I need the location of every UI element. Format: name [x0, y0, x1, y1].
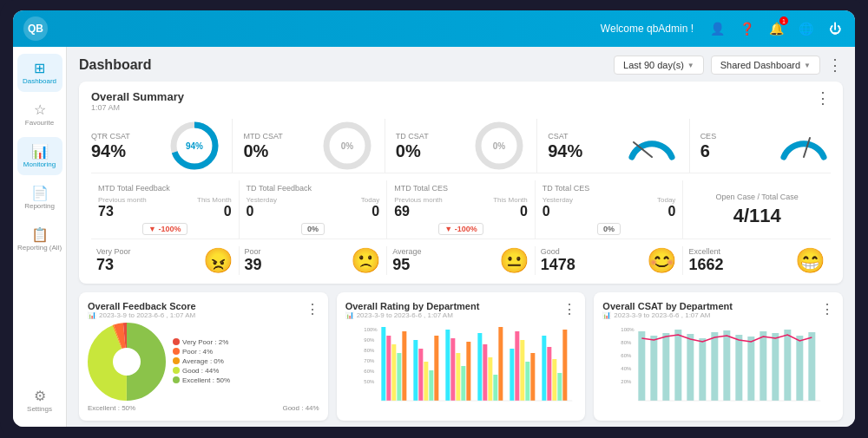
fb-mtd-ces-prev-val: 69	[394, 204, 443, 219]
fb-mtd-values: Previous month 73 This Month 0	[98, 196, 232, 219]
svg-text:60%: 60%	[364, 369, 375, 374]
svg-rect-44	[525, 362, 529, 401]
sidebar-item-favourite[interactable]: ☆ Favourite	[17, 95, 62, 134]
svg-text:50%: 50%	[364, 379, 375, 384]
chart-feedback-header: Overall Feedback Score 📊 2023-3-9 to 202…	[88, 301, 319, 319]
settings-icon: ⚙	[34, 388, 46, 404]
svg-rect-42	[515, 331, 519, 401]
notification-icon[interactable]: 🔔1	[766, 19, 786, 38]
ces-label: CES	[700, 132, 717, 141]
reporting-icon: 📄	[31, 185, 49, 201]
welcome-text: Welcome qbAdmin !	[601, 23, 694, 35]
svg-rect-40	[498, 327, 503, 401]
header-more-button[interactable]: ⋮	[827, 56, 843, 75]
svg-rect-48	[552, 359, 556, 401]
svg-rect-28	[424, 362, 428, 401]
svg-rect-47	[547, 347, 551, 401]
svg-rect-38	[488, 357, 492, 401]
fb-td-prev-label: Yesterday	[247, 196, 277, 204]
chart-rating-header: Overall Rating by Department 📊 2023-3-9 …	[345, 301, 577, 319]
dashboard-type-dropdown[interactable]: Shared Dashboard	[711, 56, 820, 75]
mtd-csat-chart: 0%	[320, 119, 374, 173]
chart-feedback-title: Overall Feedback Score	[88, 301, 196, 311]
power-icon[interactable]: ⏻	[825, 19, 845, 38]
metric-ces: CES 6	[700, 132, 770, 160]
reporting-all-icon: 📋	[31, 226, 49, 243]
qtr-csat-label: QTR CSAT	[91, 132, 130, 141]
page-title: Dashboard	[79, 57, 614, 73]
fb-td-ces-curr-label: Today	[657, 196, 675, 204]
svg-rect-26	[413, 340, 418, 401]
svg-rect-45	[530, 353, 535, 401]
fb-mtd-title: MTD Total Feedback	[98, 184, 232, 193]
chart-feedback-subtitle: 📊 2023-3-9 to 2023-6-6 , 1:07 AM	[88, 311, 196, 319]
svg-rect-31	[445, 330, 450, 401]
date-filter-dropdown[interactable]: Last 90 day(s)	[614, 56, 704, 75]
help-icon[interactable]: ❓	[737, 19, 756, 38]
chart-rating-more[interactable]: ⋮	[562, 301, 576, 317]
svg-text:94%: 94%	[186, 141, 203, 151]
td-csat-chart: 0%	[472, 119, 526, 173]
chart-feedback-more[interactable]: ⋮	[306, 301, 319, 317]
sent-very-poor-value: 73	[96, 256, 198, 274]
pie-legend: Very Poor : 2% Poor : 4% Average : 0% Go…	[173, 338, 230, 386]
chart-rating-title: Overall Rating by Department	[345, 301, 480, 311]
section-title: Overall Summary	[91, 90, 184, 103]
sidebar-item-reporting-all[interactable]: 📋 Reporting (All)	[17, 220, 62, 258]
fb-td-title: TD Total Feedback	[247, 184, 380, 193]
svg-point-14	[113, 348, 141, 376]
sidebar-label-monitoring: Monitoring	[23, 161, 56, 169]
mtd-csat-label: MTD CSAT	[243, 132, 282, 141]
sidebar-item-monitoring[interactable]: 📊 Monitoring	[17, 137, 62, 175]
sidebar-item-reporting[interactable]: 📄 Reporting	[17, 179, 62, 217]
qtr-csat-chart: 94%	[168, 119, 221, 173]
section-more-button[interactable]: ⋮	[815, 90, 831, 106]
user-icon[interactable]: 👤	[707, 19, 727, 38]
svg-rect-57	[639, 331, 646, 401]
csat-chart-svg: 100% 80% 60% 40% 20%	[602, 323, 834, 405]
fb-prev-label: Previous month	[98, 196, 147, 204]
bar-chart-svg: 100% 90% 80% 70% 60% 50%	[345, 323, 577, 405]
sidebar-item-dashboard[interactable]: ⊞ Dashboard	[17, 54, 62, 92]
main-content: Dashboard Last 90 day(s) Shared Dashboar…	[67, 47, 855, 427]
chart-csat-header: Overall CSAT by Department 📊 2023-3-9 to…	[602, 301, 834, 319]
chart-csat-dept: Overall CSAT by Department 📊 2023-3-9 to…	[594, 292, 843, 421]
svg-rect-65	[736, 335, 743, 401]
open-case-title: Open Case / Total Case	[715, 193, 798, 201]
sidebar-item-settings[interactable]: ⚙ Settings	[17, 382, 62, 420]
top-navigation: QB Welcome qbAdmin ! 👤 ❓ 🔔1 🌐 ⏻	[13, 10, 855, 47]
svg-rect-27	[418, 349, 423, 401]
language-icon[interactable]: 🌐	[796, 19, 815, 38]
chart-csat-more[interactable]: ⋮	[820, 301, 834, 317]
svg-rect-66	[748, 337, 755, 401]
sentiment-row: Very Poor 73 😠 Poor 39 🙁	[91, 239, 831, 275]
monitoring-icon: 📊	[31, 143, 49, 160]
svg-text:90%: 90%	[364, 337, 375, 343]
svg-rect-36	[477, 333, 482, 401]
svg-text:0%: 0%	[493, 141, 506, 151]
very-poor-emoji: 😠	[203, 246, 233, 275]
svg-rect-69	[785, 330, 792, 401]
svg-rect-49	[557, 373, 562, 401]
sent-poor-label: Poor	[245, 247, 346, 256]
header-controls: Last 90 day(s) Shared Dashboard ⋮	[614, 56, 843, 75]
fb-td-curr-label: Today	[361, 196, 379, 204]
svg-rect-21	[381, 327, 385, 401]
csat-value: 94%	[548, 142, 582, 160]
metrics-row: QTR CSAT 94% 94%	[91, 119, 831, 173]
fb-td-prev-val: 0	[247, 204, 277, 219]
fb-td-ces-values: Yesterday 0 Today 0	[542, 196, 676, 219]
sent-very-poor-label: Very Poor	[96, 247, 198, 256]
svg-text:0%: 0%	[341, 141, 354, 151]
qtr-csat-value: 94%	[91, 142, 126, 160]
chart-feedback-score: Overall Feedback Score 📊 2023-3-9 to 202…	[79, 292, 328, 421]
metric-csat: CSAT 94%	[548, 132, 617, 160]
td-csat-value: 0%	[396, 142, 421, 160]
fb-td-values: Yesterday 0 Today 0	[247, 196, 380, 219]
csat-label: CSAT	[548, 132, 568, 141]
svg-text:80%: 80%	[621, 340, 633, 345]
pie-chart-svg	[88, 323, 166, 401]
svg-rect-60	[675, 330, 682, 401]
svg-rect-70	[797, 336, 804, 401]
svg-rect-37	[483, 344, 487, 401]
